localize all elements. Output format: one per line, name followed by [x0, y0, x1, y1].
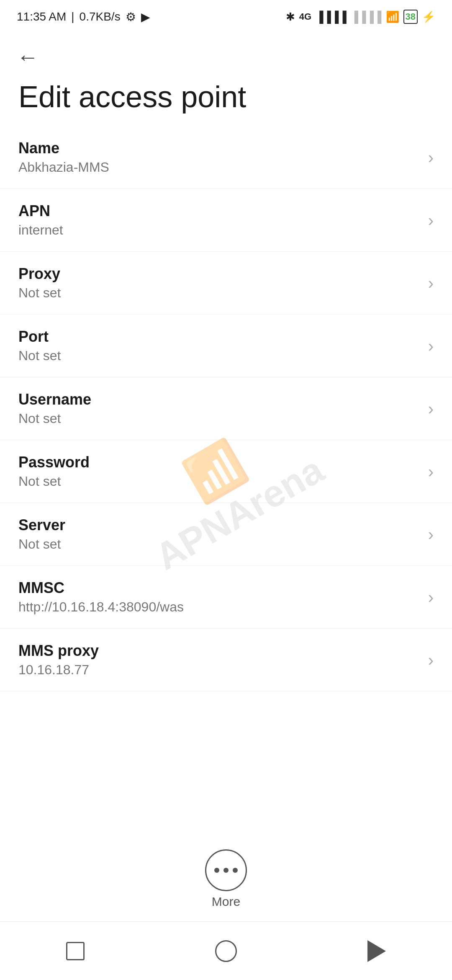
settings-icon: ⚙ — [126, 10, 136, 24]
settings-item-password[interactable]: PasswordNot set› — [0, 440, 452, 503]
status-bar: 11:35 AM | 0.7KB/s ⚙ ▶ ✱ 4G ▐▐▐▐ ▐▐▐▐ 📶 … — [0, 0, 452, 34]
settings-item-username[interactable]: UsernameNot set› — [0, 377, 452, 440]
nav-back-icon — [367, 940, 386, 962]
more-button[interactable]: More — [205, 849, 247, 909]
settings-item-content-apn: APNinternet — [18, 202, 428, 238]
dot-1 — [214, 868, 219, 873]
settings-item-content-username: UsernameNot set — [18, 391, 428, 426]
status-right: ✱ 4G ▐▐▐▐ ▐▐▐▐ 📶 38 ⚡ — [286, 10, 435, 24]
nav-recents-icon — [66, 942, 85, 960]
chevron-icon-apn: › — [428, 212, 434, 229]
settings-list: NameAbkhazia-MMS›APNinternet›ProxyNot se… — [0, 126, 452, 691]
chevron-icon-password: › — [428, 463, 434, 480]
page-title: Edit access point — [0, 72, 452, 126]
battery-icon: 38 — [403, 10, 418, 24]
nav-home-icon — [215, 940, 237, 962]
nav-back-button[interactable] — [356, 934, 398, 968]
dot-3 — [233, 868, 238, 873]
settings-item-apn[interactable]: APNinternet› — [0, 189, 452, 252]
settings-item-value-proxy: Not set — [18, 285, 428, 301]
chevron-icon-name: › — [428, 149, 434, 166]
chevron-icon-username: › — [428, 400, 434, 417]
settings-item-content-mmsc: MMSChttp://10.16.18.4:38090/was — [18, 579, 428, 615]
settings-item-server[interactable]: ServerNot set› — [0, 503, 452, 566]
settings-item-name[interactable]: NameAbkhazia-MMS› — [0, 126, 452, 189]
settings-item-title-name: Name — [18, 139, 428, 157]
settings-item-content-port: PortNot set — [18, 328, 428, 364]
settings-item-content-mms-proxy: MMS proxy10.16.18.77 — [18, 642, 428, 678]
settings-item-content-name: NameAbkhazia-MMS — [18, 139, 428, 175]
settings-item-title-port: Port — [18, 328, 428, 346]
settings-item-value-mms-proxy: 10.16.18.77 — [18, 662, 428, 678]
settings-item-title-username: Username — [18, 391, 428, 408]
chevron-icon-mms-proxy: › — [428, 652, 434, 668]
settings-item-value-name: Abkhazia-MMS — [18, 160, 428, 175]
chevron-icon-server: › — [428, 526, 434, 543]
settings-item-value-port: Not set — [18, 348, 428, 364]
bluetooth-icon: ✱ — [286, 10, 295, 23]
signal-bars2-icon: ▐▐▐▐ — [351, 10, 382, 23]
chevron-icon-mmsc: › — [428, 589, 434, 606]
settings-item-proxy[interactable]: ProxyNot set› — [0, 252, 452, 315]
network-speed: 0.7KB/s — [80, 10, 121, 23]
dot-2 — [223, 868, 229, 873]
settings-item-value-password: Not set — [18, 474, 428, 489]
settings-item-title-mmsc: MMSC — [18, 579, 428, 597]
separator: | — [71, 10, 74, 23]
more-circle-icon — [205, 849, 247, 891]
back-button[interactable]: ← — [0, 34, 452, 72]
more-label: More — [212, 895, 240, 909]
more-dots-icon — [214, 868, 238, 873]
settings-item-content-password: PasswordNot set — [18, 454, 428, 489]
settings-item-value-server: Not set — [18, 536, 428, 552]
status-left: 11:35 AM | 0.7KB/s ⚙ ▶ — [17, 10, 150, 24]
camera-icon: ▶ — [141, 10, 150, 24]
back-arrow-icon: ← — [17, 45, 39, 69]
settings-item-mmsc[interactable]: MMSChttp://10.16.18.4:38090/was› — [0, 566, 452, 629]
signal-4g-icon: 4G — [299, 11, 311, 22]
settings-item-title-apn: APN — [18, 202, 428, 220]
chevron-icon-port: › — [428, 338, 434, 354]
settings-item-title-mms-proxy: MMS proxy — [18, 642, 428, 660]
nav-home-button[interactable] — [205, 934, 247, 968]
settings-item-title-password: Password — [18, 454, 428, 471]
time: 11:35 AM — [17, 10, 66, 23]
settings-item-title-proxy: Proxy — [18, 265, 428, 283]
settings-item-value-username: Not set — [18, 411, 428, 426]
settings-item-content-server: ServerNot set — [18, 516, 428, 552]
settings-item-mms-proxy[interactable]: MMS proxy10.16.18.77› — [0, 629, 452, 691]
settings-item-port[interactable]: PortNot set› — [0, 315, 452, 377]
nav-recents-button[interactable] — [54, 934, 96, 968]
settings-item-content-proxy: ProxyNot set — [18, 265, 428, 301]
settings-item-title-server: Server — [18, 516, 428, 534]
signal-bars-icon: ▐▐▐▐ — [316, 10, 347, 23]
nav-bar — [0, 921, 452, 980]
settings-item-value-apn: internet — [18, 222, 428, 238]
wifi-icon: 📶 — [386, 10, 399, 23]
charging-icon: ⚡ — [422, 10, 435, 23]
settings-item-value-mmsc: http://10.16.18.4:38090/was — [18, 599, 428, 615]
chevron-icon-proxy: › — [428, 275, 434, 291]
